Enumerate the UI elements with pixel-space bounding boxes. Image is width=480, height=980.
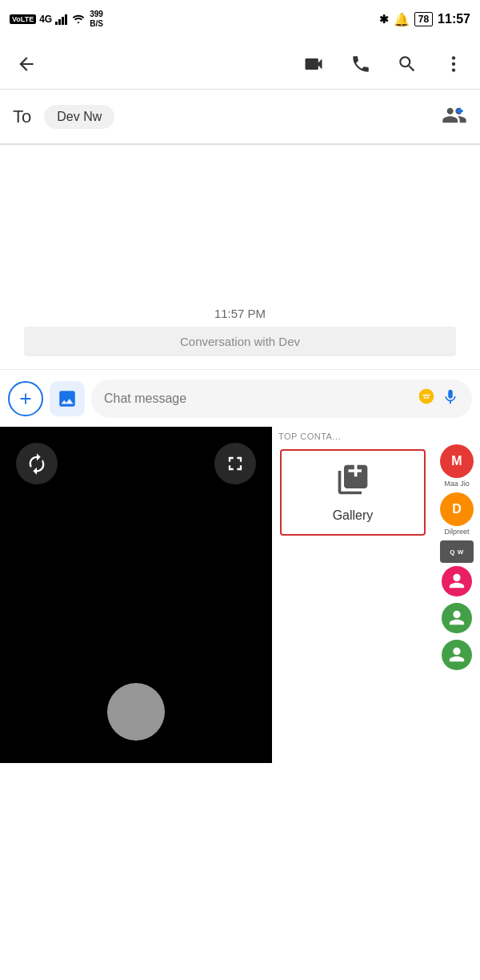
- contact-name-2: Dilpreet: [444, 528, 469, 536]
- to-label: To: [13, 106, 31, 127]
- contact-avatar-4[interactable]: [442, 603, 472, 633]
- gallery-contacts-row: Gallery M Maa Jio D Dilpreet Q W: [272, 443, 480, 763]
- contact-name-1: Maa Jio: [444, 480, 470, 488]
- camera-panel: [0, 427, 272, 763]
- keyboard-letters: Q W: [450, 548, 464, 556]
- chat-input-row: [0, 369, 480, 427]
- gallery-section: Gallery: [272, 443, 434, 763]
- mic-button[interactable]: [442, 388, 459, 410]
- video-call-button[interactable]: [299, 50, 328, 78]
- emoji-button[interactable]: [418, 388, 435, 410]
- to-field: To Dev Nw: [0, 90, 480, 144]
- battery-indicator: 78: [414, 12, 433, 26]
- network-type: 4G: [39, 14, 52, 25]
- network-speed: 399 B/S: [90, 10, 103, 29]
- conversation-hint: Conversation with Dev: [24, 327, 456, 356]
- svg-point-1: [452, 62, 455, 65]
- status-bar: VoLTE 4G 399 B/S ✱ 🔔 78 11:57: [0, 0, 480, 38]
- image-attach-button[interactable]: [50, 381, 85, 416]
- clock: 11:57: [438, 12, 470, 26]
- back-button[interactable]: [13, 50, 40, 78]
- add-contact-button[interactable]: [442, 102, 467, 131]
- status-right: ✱ 🔔 78 11:57: [379, 12, 470, 27]
- contact-avatar-2[interactable]: D: [440, 492, 474, 526]
- conversation-area: 11:57 PM Conversation with Dev: [0, 145, 480, 369]
- keyboard-hint: Q W: [440, 540, 474, 563]
- silent-icon: 🔔: [394, 12, 410, 27]
- search-button[interactable]: [394, 50, 421, 78]
- volte-badge: VoLTE: [10, 14, 36, 24]
- action-bar: [0, 38, 480, 90]
- contacts-side: M Maa Jio D Dilpreet Q W: [434, 443, 480, 763]
- contact-avatar-5[interactable]: [442, 640, 472, 670]
- gallery-label: Gallery: [333, 508, 374, 523]
- right-panel: TOP CONTA... Gallery M Maa: [272, 427, 480, 763]
- more-button[interactable]: [440, 50, 467, 78]
- camera-expand-button[interactable]: [214, 443, 256, 484]
- svg-point-2: [452, 68, 455, 71]
- svg-point-0: [452, 56, 455, 59]
- bluetooth-icon: ✱: [379, 13, 389, 26]
- timestamp: 11:57 PM: [214, 307, 266, 320]
- signal-bars: [55, 14, 67, 25]
- wifi-icon: [72, 14, 85, 25]
- message-input[interactable]: [104, 392, 411, 406]
- phone-button[interactable]: [347, 50, 374, 78]
- action-bar-left: [13, 50, 40, 78]
- contact-avatar-1[interactable]: M: [440, 444, 474, 478]
- recipient-chip[interactable]: Dev Nw: [44, 105, 114, 129]
- message-input-wrap: [91, 380, 472, 418]
- camera-rotate-button[interactable]: [16, 443, 58, 484]
- camera-shutter-button[interactable]: [107, 683, 165, 741]
- status-left: VoLTE 4G 399 B/S: [10, 10, 103, 29]
- gallery-icon: [335, 462, 370, 504]
- add-button[interactable]: [8, 381, 43, 416]
- action-bar-right: [299, 50, 467, 78]
- media-section: TOP CONTA... Gallery M Maa: [0, 427, 480, 763]
- top-contacts-label: TOP CONTA...: [272, 427, 480, 443]
- gallery-tile[interactable]: Gallery: [280, 449, 426, 536]
- contact-avatar-3[interactable]: [442, 566, 472, 596]
